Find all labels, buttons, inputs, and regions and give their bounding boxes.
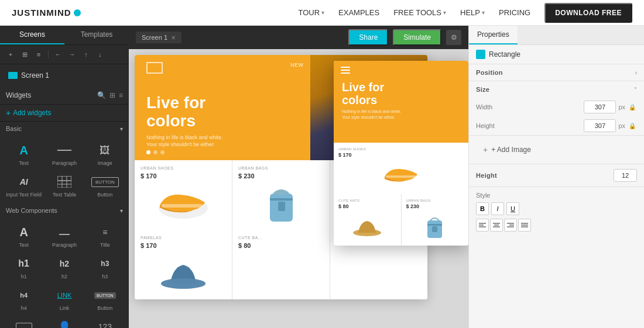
underline-button[interactable]: U <box>506 202 519 215</box>
undo-button[interactable]: ← <box>52 49 64 60</box>
bold-button[interactable]: B <box>476 202 489 215</box>
close-icon[interactable]: ✕ <box>171 34 176 41</box>
right-panel-tabs: Properties <box>469 26 644 45</box>
web-widget-text[interactable]: A Text <box>5 221 43 250</box>
align-center-button[interactable] <box>490 219 503 232</box>
add-widgets-button[interactable]: + Add widgets <box>0 105 129 122</box>
category-basic-header[interactable]: Basic ▾ <box>0 122 129 136</box>
svg-rect-18 <box>427 224 442 226</box>
product-cute-bags-img <box>238 253 324 294</box>
screen-thumbnail-icon <box>8 72 18 79</box>
product-pamelas-price: $ 170 <box>141 242 226 249</box>
height-prop-input[interactable] <box>614 169 637 182</box>
web-widget-input[interactable]: Input field <box>5 316 43 328</box>
tab-screens[interactable]: Screens <box>0 26 64 44</box>
prop-type-label: Rectangle <box>489 50 520 58</box>
grid-icon[interactable]: ⊞ <box>109 91 115 99</box>
web-widget-user-icon[interactable]: 👤 User icon <box>45 316 83 328</box>
widget-text[interactable]: A Text <box>5 139 43 168</box>
menu-line-2 <box>341 70 350 71</box>
widget-image[interactable]: 🖼 Image <box>86 139 124 168</box>
web-widget-link[interactable]: LINK Link <box>45 284 83 313</box>
share-button[interactable]: Share <box>348 29 388 46</box>
h3-label: h3 <box>102 274 108 279</box>
size-section-header[interactable]: Size ˅ <box>469 81 644 98</box>
tab-templates[interactable]: Templates <box>64 26 129 44</box>
lock-icon[interactable]: 🔒 <box>628 102 637 112</box>
simulate-button[interactable]: Simulate <box>393 29 441 46</box>
button-widget-icon: BUTTON <box>94 173 115 191</box>
mockup-hero-text: Live forcolors Nothing in life is black … <box>146 94 223 149</box>
nav-help[interactable]: HELP ▾ <box>460 8 485 17</box>
align-left-button[interactable] <box>476 219 489 232</box>
mobile-hats-label: CUTE HATS <box>338 199 396 202</box>
redo-button[interactable]: → <box>66 49 78 60</box>
lock-icon-h[interactable]: 🔒 <box>628 121 637 130</box>
height-input-group: px 🔒 <box>584 119 637 132</box>
svg-rect-9 <box>270 198 293 201</box>
download-free-button[interactable]: DOWNLOAD FREE <box>544 3 632 23</box>
web-widget-h1[interactable]: h1 h1 <box>5 253 43 282</box>
svg-rect-15 <box>386 175 416 178</box>
mobile-product-row-1: URBAN SHOES $ 170 <box>334 143 468 194</box>
web-widget-counter[interactable]: 123 Counter <box>86 316 124 328</box>
move-down-button[interactable]: ↓ <box>94 49 106 60</box>
svg-rect-5 <box>57 176 71 188</box>
position-section-header[interactable]: Position › <box>469 64 644 81</box>
product-pamelas-img <box>141 253 226 294</box>
align-justify-button[interactable] <box>518 219 531 232</box>
product-shoes-img <box>141 183 226 224</box>
tab-properties[interactable]: Properties <box>469 26 518 44</box>
move-up-button[interactable]: ↑ <box>80 49 92 60</box>
table-widget-icon <box>54 173 75 191</box>
widget-text-table[interactable]: Text Table <box>45 171 83 200</box>
mobile-hats-price: $ 80 <box>338 203 396 209</box>
product-shoes-label: URBAN SHOES <box>141 166 226 170</box>
add-screen-button[interactable]: + <box>5 49 16 60</box>
size-section: Size ˅ Width px 🔒 Height px <box>469 81 644 136</box>
logo-dot <box>74 9 81 16</box>
canvas-screen-tab[interactable]: Screen 1 ✕ <box>136 32 181 43</box>
web-para-label: Paragraph <box>52 242 77 248</box>
nav-pricing[interactable]: PRICING <box>499 8 530 17</box>
mobile-shoes-price: $ 170 <box>338 152 464 158</box>
web-widget-h4[interactable]: h4 h4 <box>5 284 43 313</box>
web-button-label: Button <box>97 305 112 311</box>
screen-grid-view[interactable]: ⊞ <box>19 49 30 60</box>
web-widget-h2[interactable]: h2 h2 <box>45 253 83 282</box>
screen-list-view[interactable]: ≡ <box>33 49 44 60</box>
size-arrow: ˅ <box>634 87 637 93</box>
width-input[interactable] <box>584 101 616 113</box>
list-icon[interactable]: ≡ <box>119 91 123 99</box>
nav-examples[interactable]: EXAMPLES <box>338 8 379 17</box>
category-web-header[interactable]: Web Components ▾ <box>0 203 129 217</box>
width-label: Width <box>476 103 492 111</box>
web-widget-h3[interactable]: h3 h3 <box>86 253 124 282</box>
web-widget-paragraph[interactable]: Paragraph <box>45 221 83 250</box>
widget-button[interactable]: BUTTON Button <box>86 171 124 200</box>
position-section: Position › <box>469 64 644 81</box>
web-widget-title[interactable]: ≡ Title <box>86 221 124 250</box>
screen-item[interactable]: Screen 1 <box>5 69 124 82</box>
product-shoes: URBAN SHOES $ 170 <box>135 160 232 230</box>
style-buttons-row: B I U <box>476 202 637 215</box>
logo-text: JUSTINMIND <box>12 8 71 18</box>
web-widget-button[interactable]: BUTTON Button <box>86 284 124 313</box>
height-prop-header[interactable]: Height <box>469 164 644 187</box>
settings-icon[interactable]: ⚙ <box>446 30 461 45</box>
italic-button[interactable]: I <box>491 202 504 215</box>
search-icon[interactable]: 🔍 <box>97 91 106 99</box>
nav-tour[interactable]: TOUR ▾ <box>298 8 324 17</box>
widget-input-text[interactable]: AI Input Text Field <box>5 171 43 200</box>
height-input[interactable] <box>584 119 616 132</box>
toolbar-separator <box>48 50 49 58</box>
web-text-icon: A <box>13 223 35 241</box>
widget-paragraph[interactable]: Paragraph <box>45 139 83 168</box>
screens-toolbar: + ⊞ ≡ ← → ↑ ↓ <box>0 45 129 64</box>
web-button-icon: BUTTON <box>94 286 115 304</box>
h2-icon: h2 <box>54 255 75 272</box>
add-image-button[interactable]: + + Add Image <box>476 140 637 159</box>
link-icon: LINK <box>54 286 75 304</box>
nav-free-tools[interactable]: FREE TOOLS ▾ <box>393 8 446 17</box>
align-right-button[interactable] <box>504 219 517 232</box>
